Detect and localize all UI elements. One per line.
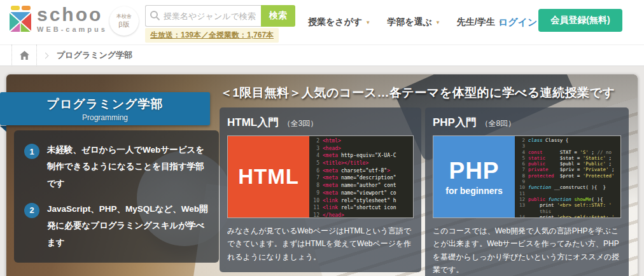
course-title: HTML入門 （全3回） (227, 115, 414, 130)
nav-find-classes[interactable]: 授業をさがす ▼ (308, 17, 370, 28)
feature-number-badge: 2 (24, 203, 39, 218)
course-description: みなさんが見ているWebページはHTMLという言語でできています。まずはHTML… (227, 224, 414, 263)
department-title: プログラミング学部 (46, 96, 163, 113)
search-bar: 検索 (145, 5, 295, 27)
courses-heading: ＜1限目無料＞人気のコース…各テーマを体型的に学べる連続授業です (220, 85, 615, 101)
department-features: 1 未経験、ゼロから一人でWebサービスを制作できるようになることを目指す学部で… (14, 130, 219, 263)
chevron-down-icon: ▼ (435, 20, 440, 25)
breadcrumb-home[interactable] (11, 45, 37, 66)
html-logo-block: HTML (228, 136, 309, 217)
schoo-logo[interactable]: schoo WEB-campus (9, 5, 108, 33)
main-nav: 授業をさがす ▼ 学部を選ぶ ▼ 先生/学生 ▼ (308, 0, 503, 45)
logo-subtitle: WEB-campus (37, 25, 108, 33)
search-input[interactable] (145, 5, 261, 27)
schoo-logo-icon (9, 5, 32, 33)
department-subtitle: Programming (82, 113, 128, 122)
home-icon (20, 51, 29, 60)
chevron-down-icon: ▼ (365, 20, 370, 25)
course-thumbnail: HTML 2<html>3<head>4<meta http-equiv="X-… (227, 135, 414, 218)
breadcrumb-current: プログラミング学部 (57, 50, 132, 61)
code-editor-preview: 2<html>3<head>4<meta http-equiv="X-UA-C5… (309, 136, 413, 217)
site-header: schoo WEB-campus 本校舎 β版 検索 生放送：139本／全授業数… (0, 0, 644, 45)
ribbon-fold (0, 126, 6, 132)
live-stats-badge[interactable]: 生放送：139本／全授業数：1,767本 (145, 28, 279, 43)
department-banner: プログラミング学部 Programming 1 未経験、ゼロから一人でWebサー… (6, 74, 638, 276)
nav-choose-department[interactable]: 学部を選ぶ ▼ (387, 17, 440, 28)
logo-name: schoo (37, 5, 108, 24)
feature-item: 1 未経験、ゼロから一人でWebサービスを制作できるようになることを目指す学部で… (24, 142, 209, 192)
beta-badge: 本校舎 β版 (109, 6, 139, 36)
search-icon (150, 10, 160, 21)
breadcrumb-separator-icon (43, 52, 49, 59)
course-thumbnail: PHP for beginners 2class Classy {34const… (433, 135, 621, 218)
course-title: PHP入門 （全8回） (433, 115, 621, 130)
feature-number-badge: 1 (24, 144, 39, 159)
breadcrumb: プログラミング学部 (0, 45, 644, 66)
php-logo-block: PHP for beginners (433, 136, 515, 217)
course-card-html[interactable]: HTML入門 （全3回） HTML 2<html>3<head>4<meta h… (220, 107, 421, 272)
course-description: このコースでは、Web開発で人気の言語PHPを学ぶことが出来ます。Webサービス… (433, 224, 621, 276)
code-editor-preview: 2class Classy {34const STAT = 'S' ; // n… (515, 136, 620, 217)
course-card-php[interactable]: PHP入門 （全8回） PHP for beginners 2class Cla… (425, 107, 629, 276)
nav-teacher-student[interactable]: 先生/学生 ▼ (457, 17, 503, 28)
search-button[interactable]: 検索 (261, 5, 295, 27)
department-ribbon: プログラミング学部 Programming (0, 92, 210, 125)
feature-item: 2 JavaScript、PHP、MySQLなど、Web開発に必要なプログラミン… (24, 201, 209, 251)
login-link[interactable]: ログイン (498, 0, 537, 45)
signup-button[interactable]: 会員登録(無料) (538, 9, 622, 32)
